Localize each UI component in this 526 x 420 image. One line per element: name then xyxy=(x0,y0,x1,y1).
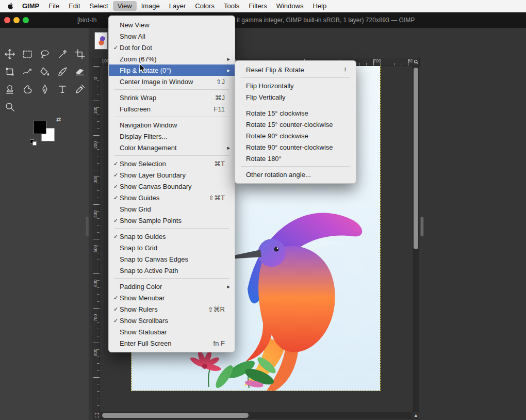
rectangle-select-tool[interactable] xyxy=(19,45,36,63)
zoom-follow-window-button[interactable] xyxy=(413,58,420,66)
view-menu-item-new-view[interactable]: New View xyxy=(109,19,235,30)
view-menu-item-display-filters[interactable]: Display Filters... xyxy=(109,131,235,142)
warp-tool[interactable] xyxy=(19,63,36,80)
view-menu-item-show-menubar[interactable]: ✓Show Menubar xyxy=(109,292,235,303)
view-menu: New ViewShow All✓Dot for DotZoom (67%)▸F… xyxy=(108,15,235,352)
color-picker-tool-icon xyxy=(74,84,86,95)
view-menu-item-snap-to-canvas-edges[interactable]: Snap to Canvas Edges xyxy=(109,253,235,265)
crop-tool[interactable] xyxy=(71,45,89,63)
smudge-tool-icon xyxy=(22,84,33,95)
menubar-item-help[interactable]: Help xyxy=(308,1,331,11)
left-ruler-label: 100 xyxy=(93,107,98,114)
menubar-item-view[interactable]: View xyxy=(113,1,137,11)
fuzzy-select-tool[interactable] xyxy=(54,45,71,63)
ink-tool[interactable] xyxy=(36,80,54,98)
left-ruler-label: 400 xyxy=(93,211,98,218)
flip-rotate-item-rotate-90-counter-clockwise[interactable]: Rotate 90° counter-clockwise xyxy=(235,141,356,153)
menubar-item-tools[interactable]: Tools xyxy=(219,1,244,11)
view-menu-item-fullscreen[interactable]: FullscreenF11 xyxy=(109,103,235,115)
menubar-item-file[interactable]: File xyxy=(44,1,64,11)
view-menu-item-show-all[interactable]: Show All xyxy=(109,30,235,42)
flip-rotate-item-rotate-15-clockwise[interactable]: Rotate 15° clockwise xyxy=(235,107,356,119)
view-menu-item-snap-to-active-path[interactable]: Snap to Active Path xyxy=(109,265,235,276)
submenu-arrow-icon: ▸ xyxy=(225,56,230,62)
view-menu-item-color-management[interactable]: Color Management▸ xyxy=(109,142,235,153)
flip-rotate-item-other-rotation-angle[interactable]: Other rotation angle... xyxy=(235,169,356,180)
menu-item-label: Zoom (67%) xyxy=(120,55,219,63)
menubar-item-windows[interactable]: Windows xyxy=(272,1,308,11)
submenu-arrow-icon: ▸ xyxy=(225,144,230,151)
maximize-button[interactable] xyxy=(23,17,29,23)
view-menu-item-show-canvas-boundary[interactable]: ✓Show Canvas Boundary xyxy=(109,181,235,192)
view-menu-item-show-scrollbars[interactable]: ✓Show Scrollbars xyxy=(109,315,235,326)
flip-rotate-item-rotate-90-clockwise[interactable]: Rotate 90° clockwise xyxy=(235,130,356,141)
checkmark-icon: ✓ xyxy=(112,44,120,51)
view-menu-item-padding-color[interactable]: Padding Color▸ xyxy=(109,281,235,292)
swap-colors-icon[interactable]: ⇄ xyxy=(56,117,61,122)
zoom-tool-icon xyxy=(4,101,15,112)
view-menu-item-show-sample-points[interactable]: ✓Show Sample Points xyxy=(109,215,235,226)
menubar-item-colors[interactable]: Colors xyxy=(190,1,219,11)
menu-separator xyxy=(241,77,350,78)
bucket-fill-tool[interactable] xyxy=(36,63,54,80)
ruler-corner-button[interactable] xyxy=(92,58,100,66)
flip-rotate-item-reset-flip-rotate[interactable]: Reset Flip & Rotate! xyxy=(235,64,356,75)
menubar-item-filters[interactable]: Filters xyxy=(244,1,271,11)
view-menu-item-enter-full-screen[interactable]: Enter Full Screenfn F xyxy=(109,337,235,349)
view-menu-item-dot-for-dot[interactable]: ✓Dot for Dot xyxy=(109,42,235,53)
transform-tool[interactable] xyxy=(1,63,19,80)
text-tool[interactable] xyxy=(54,80,71,98)
clone-tool[interactable] xyxy=(1,80,19,98)
free-select-tool[interactable] xyxy=(36,45,54,63)
menu-item-shortcut: ⇧⌘R xyxy=(208,305,225,313)
eraser-tool[interactable] xyxy=(71,63,89,80)
view-menu-item-navigation-window[interactable]: Navigation Window xyxy=(109,119,235,131)
color-picker-tool[interactable] xyxy=(71,80,89,98)
view-menu-item-show-rulers[interactable]: ✓Show Rulers⇧⌘R xyxy=(109,303,235,315)
view-menu-item-shrink-wrap[interactable]: Shrink Wrap⌘J xyxy=(109,92,235,103)
default-colors-icon[interactable] xyxy=(30,139,37,146)
menubar-item-select[interactable]: Select xyxy=(85,1,113,11)
move-tool[interactable] xyxy=(1,45,19,63)
view-menu-item-show-selection[interactable]: ✓Show Selection⌘T xyxy=(109,158,235,169)
right-dock-toggle[interactable] xyxy=(420,217,424,236)
fuzzy-select-tool-icon xyxy=(57,49,68,60)
zoom-tool[interactable] xyxy=(1,98,19,116)
view-menu-item-center-image-in-window[interactable]: Center Image in Window⇧J xyxy=(109,76,235,87)
menu-item-label: Rotate 90° counter-clockwise xyxy=(246,143,340,151)
minimize-button[interactable] xyxy=(13,17,20,23)
view-menu-item-flip-rotate-0[interactable]: Flip & Rotate (0°)▸ xyxy=(109,64,235,76)
navigation-button[interactable]: ▲ xyxy=(413,412,419,419)
vertical-scrollbar-thumb[interactable] xyxy=(414,68,418,249)
view-menu-item-show-layer-boundary[interactable]: ✓Show Layer Boundary xyxy=(109,169,235,181)
flip-rotate-item-rotate-15-counter-clockwise[interactable]: Rotate 15° counter-clockwise xyxy=(235,119,356,130)
view-menu-item-show-grid[interactable]: Show Grid xyxy=(109,203,235,215)
view-menu-item-zoom-67[interactable]: Zoom (67%)▸ xyxy=(109,53,235,64)
flip-rotate-item-flip-horizontally[interactable]: Flip Horizontally xyxy=(235,80,356,91)
flip-rotate-item-rotate-180[interactable]: Rotate 180° xyxy=(235,153,356,164)
close-button[interactable] xyxy=(4,17,10,23)
foreground-color-swatch[interactable] xyxy=(33,121,46,134)
view-menu-item-show-statusbar[interactable]: Show Statusbar xyxy=(109,326,235,337)
quick-mask-button[interactable] xyxy=(93,412,101,419)
window-titlebar[interactable]: [bird-th it gamma integer, GIMP built-in… xyxy=(0,12,526,28)
view-menu-item-snap-to-grid[interactable]: Snap to Grid xyxy=(109,242,235,253)
horizontal-scrollbar-thumb[interactable] xyxy=(102,413,249,418)
menu-item-label: Dot for Dot xyxy=(120,44,219,52)
menubar-item-gimp[interactable]: GIMP xyxy=(18,1,44,11)
menubar-item-image[interactable]: Image xyxy=(137,1,165,11)
horizontal-scrollbar[interactable] xyxy=(101,412,412,419)
vertical-scrollbar[interactable] xyxy=(413,66,419,412)
apple-logo-icon[interactable] xyxy=(6,2,14,10)
view-menu-item-show-guides[interactable]: ✓Show Guides⇧⌘T xyxy=(109,192,235,203)
view-menu-item-snap-to-guides[interactable]: ✓Snap to Guides xyxy=(109,231,235,242)
image-tab-thumbnail[interactable] xyxy=(94,32,108,50)
left-dock-toggle[interactable] xyxy=(86,217,89,236)
paintbrush-tool[interactable] xyxy=(54,63,71,80)
flip-rotate-item-flip-vertically[interactable]: Flip Vertically xyxy=(235,91,356,103)
menubar-item-layer[interactable]: Layer xyxy=(165,1,191,11)
window-title-right: it gamma integer, GIMP built-in sRGB, 1 … xyxy=(237,17,415,24)
smudge-tool[interactable] xyxy=(19,80,36,98)
left-ruler[interactable]: 0100200300400500600700800 xyxy=(92,66,100,412)
menubar-item-edit[interactable]: Edit xyxy=(64,1,85,11)
